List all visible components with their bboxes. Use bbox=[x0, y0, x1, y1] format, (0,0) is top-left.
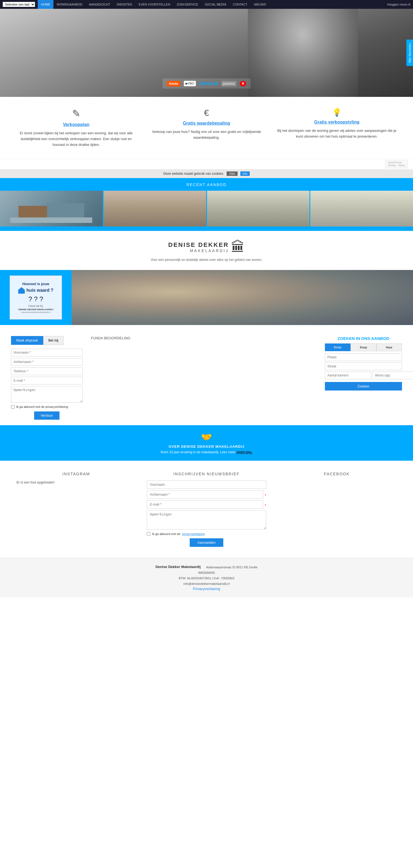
over-link[interactable]: omnt ons. bbox=[237, 450, 252, 454]
tab-bel-mij[interactable]: Bel mij bbox=[43, 336, 64, 345]
services-section: ✎ Verkoopplan Er komt zoveel kijken bij … bbox=[0, 97, 413, 159]
promo-check-text: Check het bij: bbox=[28, 305, 43, 307]
login-link[interactable]: Inloggen move.nl bbox=[387, 3, 410, 6]
lastname-input[interactable] bbox=[11, 358, 83, 366]
footer-phone: 0683560695 bbox=[5, 570, 408, 576]
nav-even-voorstellen[interactable]: EVEN VOORSTELLEN bbox=[136, 0, 173, 9]
brand-name-line2: MAKELAARDIJ bbox=[168, 249, 229, 253]
email-input[interactable] bbox=[11, 377, 83, 384]
newsletter-title: INSCHRIJVEN NIEUWSBRIEF bbox=[147, 472, 266, 476]
brand-name-line1: DENISE DEKKER bbox=[168, 241, 229, 249]
over-title: OVER DENISE DEKKER MAKELAARDIJ bbox=[5, 444, 408, 448]
over-text: Ruim 10 jaar ervaring in de makelaardij.… bbox=[5, 450, 408, 454]
cookie-ok-button[interactable]: Oké bbox=[227, 172, 238, 176]
promo-url: www.denisedekkermakelaarsdij.nl bbox=[21, 311, 50, 313]
hero-section: funda ▶VBO move.nl pararius R Mijn favor… bbox=[0, 9, 413, 97]
newsletter-remarks[interactable] bbox=[147, 510, 266, 529]
instagram-title: INSTAGRAM bbox=[17, 472, 136, 476]
search-street-input[interactable] bbox=[325, 363, 402, 370]
tab-maak-afspraak[interactable]: Maak afspraak bbox=[11, 336, 43, 345]
search-tab-koop[interactable]: Koop bbox=[351, 343, 376, 351]
recent-photo-3[interactable] bbox=[207, 191, 311, 226]
service-waardebepaling: € Gratis waardebepaling Verkoop van jouw… bbox=[147, 108, 266, 148]
newsletter-firstname[interactable] bbox=[147, 480, 266, 489]
email-required: * bbox=[265, 503, 266, 507]
newsletter-privacy-checkbox[interactable] bbox=[147, 532, 150, 535]
search-tab-beide[interactable]: Beide bbox=[325, 343, 351, 351]
privacy-link[interactable]: Privacyverklaring bbox=[193, 587, 220, 591]
recaptcha-badge: reCAPTCHAPrivacy - Terms bbox=[385, 160, 408, 168]
newsletter-privacy-row: Ik ga akkoord met de privacyverklaring bbox=[147, 532, 266, 535]
nav-social-media[interactable]: SOCIAL MEDIA bbox=[202, 0, 230, 9]
footer-btw: BTW: NL002034073831 | KvK: 73565903 bbox=[5, 576, 408, 581]
lastname-required: * bbox=[265, 493, 266, 498]
contact-tabs: Maak afspraak Bel mij bbox=[11, 336, 83, 345]
move-logo: move.nl bbox=[199, 81, 218, 86]
brand-logo: DENISE DEKKER MAKELAARDIJ 🏛 bbox=[5, 239, 408, 255]
r-logo: R bbox=[240, 81, 246, 86]
recaptcha-area: reCAPTCHAPrivacy - Terms bbox=[0, 159, 413, 169]
nav-woningaanbod[interactable]: WONINGAANBOD bbox=[53, 0, 86, 9]
newsletter-lastname[interactable] bbox=[147, 490, 263, 499]
contact-submit-button[interactable]: Verstuur bbox=[34, 411, 60, 420]
facebook-title: FACEBOOK bbox=[277, 472, 396, 476]
service-verkoopplan: ✎ Verkoopplan Er komt zoveel kijken bij … bbox=[17, 108, 136, 148]
promo-brand-text: DENISE DEKKER MAKELAARDIJ bbox=[19, 308, 53, 311]
favorites-tab[interactable]: Mijn favorieten bbox=[406, 40, 413, 66]
nav-zoekservice[interactable]: ZOEKSERVICE bbox=[173, 0, 202, 9]
waardebepaling-title[interactable]: Gratis waardebepaling bbox=[147, 121, 266, 126]
verkoopstyling-icon: 💡 bbox=[277, 108, 396, 117]
search-title: ZOEKEN IN ONS AANBOD bbox=[325, 336, 402, 341]
phone-input[interactable] bbox=[11, 367, 83, 375]
firstname-input[interactable] bbox=[11, 349, 83, 356]
cookie-text: Deze website maakt gebruik van cookies. bbox=[163, 172, 224, 176]
search-tabs: Beide Koop Huur bbox=[325, 343, 402, 351]
verkoopstyling-title[interactable]: Gratis verkoopstyling bbox=[277, 120, 396, 125]
search-col: ZOEKEN IN ONS AANBOD Beide Koop Huur Zoe… bbox=[325, 336, 402, 391]
verkoopplan-title[interactable]: Verkoopplan bbox=[17, 122, 136, 127]
footer-email: info@denisedekkermakelaarsdij.nl bbox=[5, 581, 408, 587]
remarks-input[interactable] bbox=[11, 386, 83, 403]
instagram-error: Er is een fout opgetreden! bbox=[17, 480, 136, 484]
bottom-section: INSTAGRAM Er is een fout opgetreden! INS… bbox=[0, 461, 413, 558]
promo-left: Hoeveel is jouw huis waard ? ? ? ? Check… bbox=[0, 270, 71, 325]
recent-photo-2[interactable] bbox=[104, 191, 207, 226]
newsletter-col: INSCHRIJVEN NIEUWSBRIEF * * Ik ga akkoor… bbox=[147, 472, 266, 547]
language-select[interactable]: Selecteer een taal bbox=[3, 2, 35, 7]
search-button[interactable]: Zoeken bbox=[325, 382, 402, 391]
search-area-input[interactable] bbox=[373, 372, 413, 379]
instagram-col: INSTAGRAM Er is een fout opgetreden! bbox=[17, 472, 136, 547]
verkoopplan-icon: ✎ bbox=[17, 108, 136, 119]
privacy-checkbox[interactable] bbox=[11, 405, 14, 409]
search-place-input[interactable] bbox=[325, 353, 402, 361]
footer-privacy-link[interactable]: Privacyverklaring bbox=[5, 587, 408, 591]
recent-photo-4[interactable] bbox=[310, 191, 413, 226]
pararius-logo: pararius bbox=[222, 81, 237, 86]
footer-company: Denise Dekker Makelaardij Addenaarperstr… bbox=[5, 565, 408, 570]
contact-form: Maak afspraak Bel mij Ik ga akkoord met … bbox=[11, 336, 83, 420]
nav-diensten[interactable]: DIENSTEN bbox=[113, 0, 136, 9]
partner-logos: funda ▶VBO move.nl pararius R bbox=[163, 79, 250, 89]
cookie-bar: Deze website maakt gebruik van cookies. … bbox=[0, 169, 413, 178]
brand-tower-icon: 🏛 bbox=[231, 239, 245, 255]
nav-nieuws[interactable]: NIEUWS bbox=[250, 0, 269, 9]
search-tab-huur[interactable]: Huur bbox=[376, 343, 402, 351]
newsletter-privacy-label: Ik ga akkoord met de bbox=[152, 532, 180, 535]
cookie-info-button[interactable]: Info bbox=[240, 172, 250, 176]
promo-text-line1: Hoeveel is jouw bbox=[22, 282, 49, 286]
verkoopstyling-text: Bij het doorlopen van de woning geven wi… bbox=[277, 128, 396, 140]
vbo-logo: ▶VBO bbox=[184, 81, 196, 86]
funda-logo: funda bbox=[167, 81, 180, 86]
promo-photo bbox=[71, 270, 413, 325]
nav-aangekocht[interactable]: AANGEKOCHT bbox=[86, 0, 113, 9]
recent-title: RECENT AANBOD bbox=[0, 182, 413, 187]
handshake-icon: 🤝 bbox=[5, 432, 408, 442]
search-rooms-input[interactable] bbox=[325, 372, 371, 379]
newsletter-privacy-link[interactable]: privacyverklaring bbox=[182, 532, 205, 535]
newsletter-submit-button[interactable]: Aanmelden bbox=[190, 538, 223, 547]
nav-contact[interactable]: CONTACT bbox=[230, 0, 250, 9]
nav-home[interactable]: HOME bbox=[38, 0, 53, 9]
footer: Denise Dekker Makelaardij Addenaarperstr… bbox=[0, 558, 413, 597]
recent-photo-1[interactable] bbox=[0, 191, 104, 226]
newsletter-email[interactable] bbox=[147, 500, 263, 508]
